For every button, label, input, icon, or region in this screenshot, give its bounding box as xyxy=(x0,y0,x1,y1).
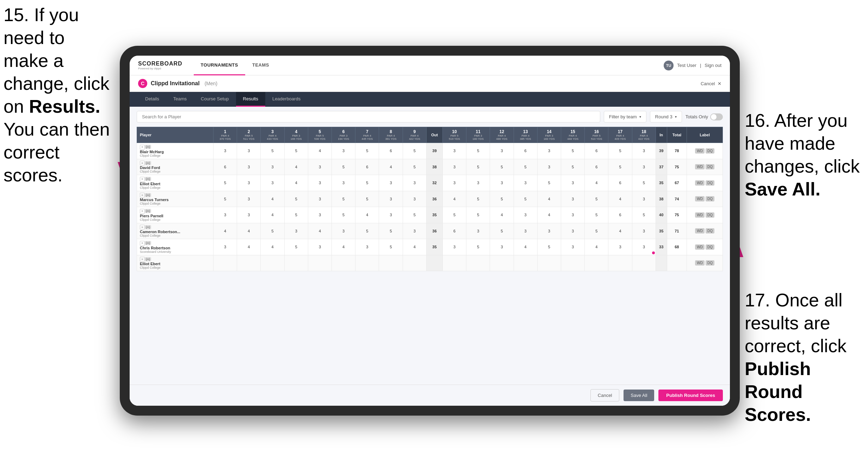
score-h2[interactable]: 3 xyxy=(237,175,261,191)
score-h18[interactable]: 3 xyxy=(632,191,656,207)
score-h14[interactable]: 3 xyxy=(537,159,561,175)
score-h2[interactable]: 4 xyxy=(237,239,261,255)
dq-button[interactable]: DQ xyxy=(706,212,714,218)
score-h18[interactable]: 3 xyxy=(632,143,656,159)
score-h2[interactable]: 3 xyxy=(237,207,261,223)
score-h17[interactable]: 6 xyxy=(608,175,632,191)
score-h7[interactable]: 5 xyxy=(355,223,379,239)
score-h14[interactable]: 5 xyxy=(537,175,561,191)
score-h8[interactable]: 4 xyxy=(379,159,403,175)
score-h1[interactable]: 3 xyxy=(213,207,237,223)
score-h12[interactable]: 4 xyxy=(490,207,514,223)
score-h16[interactable]: 4 xyxy=(585,239,608,255)
row-expand-icon[interactable]: ≡ xyxy=(140,257,145,262)
score-h15[interactable]: 5 xyxy=(561,159,584,175)
score-h5[interactable]: 4 xyxy=(308,223,331,239)
nav-tournaments[interactable]: TOURNAMENTS xyxy=(194,56,245,75)
score-h3[interactable]: 4 xyxy=(261,207,284,223)
score-h17[interactable]: 4 xyxy=(608,191,632,207)
score-h8[interactable]: 3 xyxy=(379,191,403,207)
row-expand-icon[interactable]: ≡ xyxy=(140,193,145,198)
score-h10[interactable]: 3 xyxy=(442,143,466,159)
score-h6[interactable]: 5 xyxy=(332,159,355,175)
tab-details[interactable]: Details xyxy=(138,92,166,107)
wd-button[interactable]: WD xyxy=(695,260,705,266)
score-h16[interactable]: 6 xyxy=(585,159,608,175)
score-h1[interactable]: 3 xyxy=(213,143,237,159)
dq-button[interactable]: DQ xyxy=(706,164,714,169)
dq-button[interactable]: DQ xyxy=(706,244,714,250)
score-h14[interactable]: 5 xyxy=(537,239,561,255)
score-h3[interactable]: 4 xyxy=(261,191,284,207)
score-h15[interactable]: 3 xyxy=(561,207,584,223)
score-h3[interactable] xyxy=(261,255,284,271)
row-expand-icon[interactable]: ≡ xyxy=(140,145,145,150)
score-h18[interactable] xyxy=(632,255,656,271)
score-h1[interactable]: 3 xyxy=(213,239,237,255)
score-h7[interactable]: 5 xyxy=(355,191,379,207)
score-h10[interactable]: 3 xyxy=(442,239,466,255)
score-h16[interactable]: 5 xyxy=(585,191,608,207)
score-h15[interactable]: 5 xyxy=(561,143,584,159)
score-h13[interactable]: 3 xyxy=(514,223,537,239)
score-h7[interactable]: 6 xyxy=(355,159,379,175)
score-h10[interactable]: 3 xyxy=(442,159,466,175)
score-h5[interactable]: 3 xyxy=(308,191,331,207)
score-h9[interactable]: 3 xyxy=(403,191,426,207)
score-h6[interactable]: 3 xyxy=(332,223,355,239)
score-h7[interactable] xyxy=(355,255,379,271)
score-h1[interactable]: 6 xyxy=(213,159,237,175)
score-h10[interactable]: 3 xyxy=(442,175,466,191)
score-h3[interactable]: 5 xyxy=(261,223,284,239)
score-h14[interactable]: 4 xyxy=(537,207,561,223)
score-h13[interactable]: 6 xyxy=(514,143,537,159)
wd-button[interactable]: WD xyxy=(695,228,705,234)
score-h9[interactable]: 3 xyxy=(403,175,426,191)
score-h12[interactable]: 3 xyxy=(490,143,514,159)
score-h10[interactable]: 6 xyxy=(442,223,466,239)
score-h6[interactable]: 3 xyxy=(332,175,355,191)
score-h2[interactable]: 3 xyxy=(237,159,261,175)
score-h8[interactable]: 5 xyxy=(379,239,403,255)
score-h7[interactable]: 5 xyxy=(355,143,379,159)
score-h6[interactable]: 4 xyxy=(332,239,355,255)
score-h16[interactable]: 5 xyxy=(585,207,608,223)
score-h17[interactable]: 4 xyxy=(608,223,632,239)
score-h17[interactable] xyxy=(608,255,632,271)
score-h17[interactable]: 5 xyxy=(608,143,632,159)
score-h12[interactable]: 5 xyxy=(490,191,514,207)
score-h5[interactable]: 3 xyxy=(308,175,331,191)
score-h18[interactable]: 3 xyxy=(632,159,656,175)
score-h1[interactable]: 4 xyxy=(213,223,237,239)
score-h16[interactable]: 4 xyxy=(585,175,608,191)
score-h4[interactable]: 5 xyxy=(284,207,308,223)
score-h9[interactable]: 5 xyxy=(403,207,426,223)
score-h12[interactable]: 3 xyxy=(490,239,514,255)
score-h11[interactable]: 5 xyxy=(466,143,490,159)
tab-course-setup[interactable]: Course Setup xyxy=(194,92,236,107)
publish-round-scores-btn[interactable]: Publish Round Scores xyxy=(658,390,723,401)
score-h4[interactable]: 5 xyxy=(284,143,308,159)
dq-button[interactable]: DQ xyxy=(706,260,714,266)
row-expand-icon[interactable]: ≡ xyxy=(140,161,145,166)
score-h15[interactable] xyxy=(561,255,584,271)
wd-button[interactable]: WD xyxy=(695,164,705,169)
row-expand-icon[interactable]: ≡ xyxy=(140,241,145,246)
score-h6[interactable]: 3 xyxy=(332,143,355,159)
score-h5[interactable]: 4 xyxy=(308,143,331,159)
score-h5[interactable]: 3 xyxy=(308,239,331,255)
score-h7[interactable]: 4 xyxy=(355,207,379,223)
score-h2[interactable]: 4 xyxy=(237,223,261,239)
score-h9[interactable]: 5 xyxy=(403,159,426,175)
score-h13[interactable] xyxy=(514,255,537,271)
dq-button[interactable]: DQ xyxy=(706,180,714,186)
score-h10[interactable]: 4 xyxy=(442,191,466,207)
score-h8[interactable] xyxy=(379,255,403,271)
tournament-cancel-btn[interactable]: Cancel ✕ xyxy=(701,81,721,86)
dq-button[interactable]: DQ xyxy=(706,148,714,154)
row-expand-icon[interactable]: ≡ xyxy=(140,209,145,214)
score-h14[interactable]: 3 xyxy=(537,143,561,159)
score-h8[interactable]: 5 xyxy=(379,223,403,239)
score-h16[interactable]: 5 xyxy=(585,223,608,239)
score-h9[interactable]: 4 xyxy=(403,239,426,255)
